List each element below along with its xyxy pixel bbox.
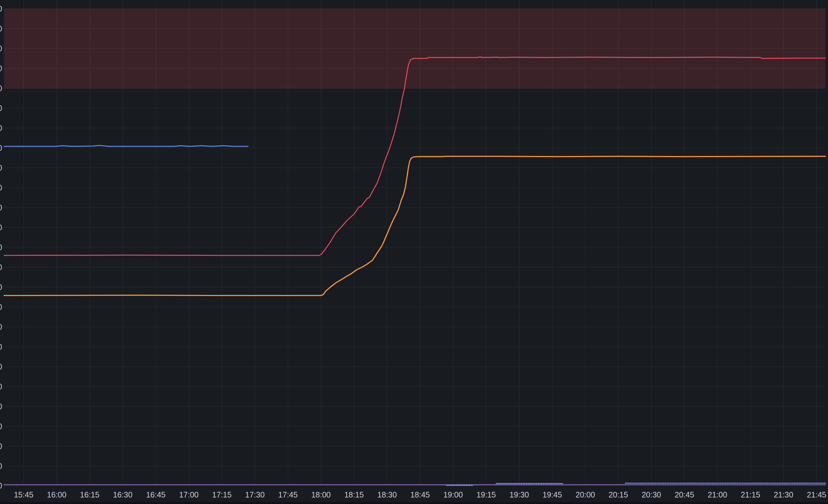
y-axis-tick-label-cropped: 0 (0, 402, 2, 411)
y-axis-tick-label-cropped: 0 (0, 342, 2, 351)
y-axis-tick-label-cropped: 0 (0, 323, 2, 331)
y-axis-tick-label-cropped: 0 (0, 481, 2, 490)
y-axis-tick-label-cropped: 0 (0, 44, 2, 53)
x-axis-tick-label: 16:15 (80, 490, 99, 499)
y-axis-tick-label-cropped: 0 (0, 203, 2, 212)
y-axis-tick-label-cropped: 0 (0, 143, 2, 152)
x-axis-tick-label: 15:45 (14, 490, 34, 499)
x-axis-tick-label: 17:00 (179, 490, 199, 499)
x-axis-tick-label: 16:45 (146, 490, 166, 499)
x-axis-tick-label: 19:15 (477, 490, 496, 499)
x-axis-tick-label: 18:15 (344, 490, 364, 499)
x-axis-tick-label: 19:00 (444, 490, 463, 499)
y-axis-tick-label-cropped: 0 (0, 163, 2, 172)
x-axis-tick-label: 21:30 (774, 490, 793, 499)
y-axis-tick-label-cropped: 0 (0, 24, 2, 33)
x-axis-tick-label: 20:15 (609, 490, 628, 499)
y-axis-tick-label-cropped: 0 (0, 104, 2, 113)
x-axis-tick-label: 18:45 (410, 490, 430, 499)
y-axis-tick-label-cropped: 0 (0, 462, 2, 470)
y-axis-tick-label-cropped: 0 (0, 422, 2, 431)
y-axis-tick-label-cropped: 0 (0, 362, 2, 371)
x-axis-tick-label: 18:00 (311, 490, 331, 499)
x-axis-tick-label: 17:45 (278, 490, 298, 499)
y-axis-tick-label-cropped: 0 (0, 303, 2, 311)
y-axis-tick-label-cropped: 0 (0, 223, 2, 232)
y-axis-tick-label-cropped: 0 (0, 64, 2, 73)
y-axis-tick-label-cropped: 0 (0, 124, 2, 132)
x-axis-tick-label: 16:30 (113, 490, 133, 499)
y-axis-tick-label-cropped: 0 (0, 84, 2, 93)
x-axis-tick-label: 17:30 (245, 490, 265, 499)
x-axis-tick-label: 19:30 (509, 490, 529, 499)
y-axis-tick-label-cropped: 0 (0, 183, 2, 192)
x-axis-tick-label: 21:15 (741, 490, 760, 499)
y-axis-tick-label-cropped: 0 (0, 243, 2, 252)
y-axis-tick-label-cropped: 0 (0, 283, 2, 291)
timeseries-chart[interactable]: 15:4516:0016:1516:3016:4517:0017:1517:30… (0, 0, 828, 504)
x-axis-tick-label: 18:30 (377, 490, 397, 499)
x-axis-tick-label: 21:00 (708, 490, 727, 499)
y-axis-tick-label-cropped: 0 (0, 382, 2, 391)
grafana-timeseries-panel: 15:4516:0016:1516:3016:4517:0017:1517:30… (0, 0, 828, 504)
x-axis-tick-label: 16:00 (47, 490, 67, 499)
x-axis-tick-label: 20:30 (641, 490, 661, 499)
x-axis-tick-label: 20:45 (675, 490, 694, 499)
y-axis-tick-label-cropped: 0 (0, 4, 2, 13)
y-axis-tick-label-cropped: 0 (0, 442, 2, 451)
x-axis-tick-label: 20:00 (576, 490, 595, 499)
panel-bottom-edge (0, 502, 828, 504)
x-axis-tick-label: 19:45 (543, 490, 562, 499)
x-axis-tick-label: 21:45 (807, 490, 826, 499)
y-axis-tick-label-cropped: 0 (0, 263, 2, 271)
x-axis-tick-label: 17:15 (212, 490, 232, 499)
